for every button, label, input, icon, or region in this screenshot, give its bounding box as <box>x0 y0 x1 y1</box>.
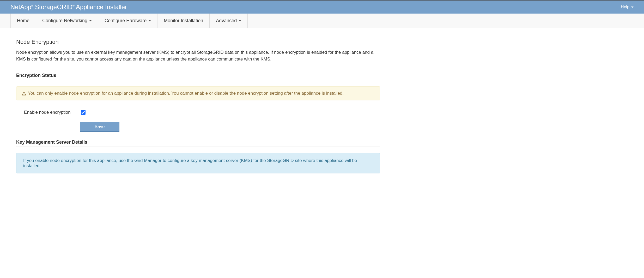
registered-mark-2: ® <box>72 4 74 7</box>
enable-encryption-checkbox[interactable] <box>81 110 86 115</box>
info-text: If you enable node encryption for this a… <box>23 158 373 168</box>
page-title: Node Encryption <box>16 39 380 45</box>
brand-title: NetApp® StorageGRID® Appliance Installer <box>10 3 127 11</box>
chevron-down-icon <box>239 20 241 21</box>
brand-part-1: NetApp <box>10 3 31 10</box>
enable-encryption-row: Enable node encryption <box>16 109 380 116</box>
help-menu[interactable]: Help <box>621 5 634 9</box>
section-divider <box>16 80 380 80</box>
warning-alert: You can only enable node encryption for … <box>16 86 380 100</box>
top-header: NetApp® StorageGRID® Appliance Installer… <box>0 0 644 14</box>
page-content: Node Encryption Node encryption allows y… <box>0 28 396 193</box>
nav-advanced[interactable]: Advanced <box>209 14 248 28</box>
nav-monitor-installation-label: Monitor Installation <box>164 18 203 23</box>
chevron-down-icon <box>631 7 634 8</box>
warning-icon <box>22 91 26 96</box>
chevron-down-icon <box>148 20 151 21</box>
nav-monitor-installation[interactable]: Monitor Installation <box>157 14 209 28</box>
help-label: Help <box>621 5 629 9</box>
chevron-down-icon <box>89 20 92 21</box>
page-description: Node encryption allows you to use an ext… <box>16 49 380 62</box>
nav-home[interactable]: Home <box>10 14 36 28</box>
nav-configure-hardware-label: Configure Hardware <box>105 18 147 23</box>
save-button[interactable]: Save <box>80 122 119 132</box>
section-divider <box>16 147 380 147</box>
svg-point-1 <box>24 94 24 95</box>
enable-encryption-label: Enable node encryption <box>24 110 80 115</box>
info-alert: If you enable node encryption for this a… <box>16 153 380 173</box>
nav-home-label: Home <box>17 18 29 23</box>
main-navbar: Home Configure Networking Configure Hard… <box>0 14 644 28</box>
brand-part-2: StorageGRID <box>33 3 72 10</box>
nav-advanced-label: Advanced <box>216 18 237 23</box>
warning-text: You can only enable node encryption for … <box>28 91 344 96</box>
nav-configure-networking[interactable]: Configure Networking <box>36 14 98 28</box>
encryption-status-heading: Encryption Status <box>16 73 380 78</box>
save-row: Save <box>16 122 380 132</box>
kms-heading: Key Management Server Details <box>16 140 380 145</box>
nav-configure-networking-label: Configure Networking <box>42 18 87 23</box>
brand-part-3: Appliance Installer <box>75 3 127 10</box>
nav-configure-hardware[interactable]: Configure Hardware <box>98 14 157 28</box>
